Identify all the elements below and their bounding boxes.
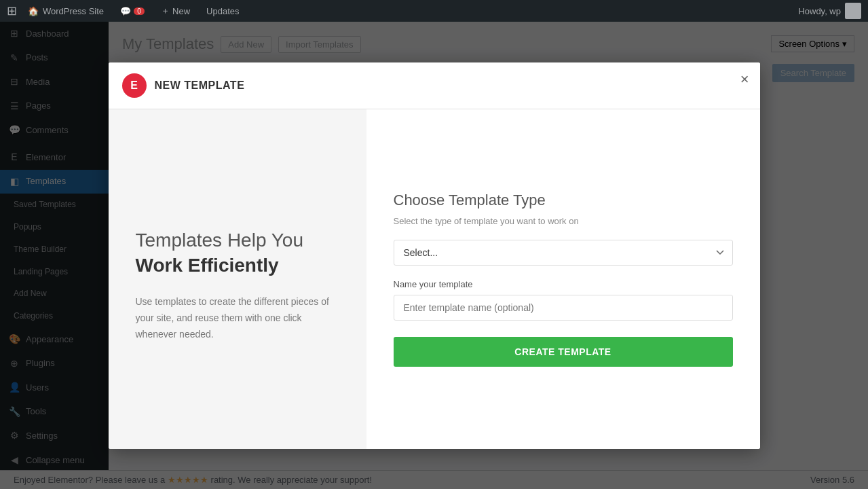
modal-left-panel: Templates Help You Work Efficiently Use …: [109, 109, 366, 449]
updates-link[interactable]: Updates: [201, 6, 244, 16]
updates-label: Updates: [206, 6, 239, 16]
wp-logo-icon[interactable]: ⊞: [7, 3, 17, 18]
modal-close-button[interactable]: ×: [740, 72, 749, 87]
plus-icon: ＋: [161, 5, 170, 17]
new-content-link[interactable]: ＋ New: [155, 5, 195, 17]
comments-link[interactable]: 💬 0: [115, 6, 150, 16]
new-label: New: [172, 6, 190, 16]
template-name-label: Name your template: [394, 279, 733, 289]
modal-right-panel: Choose Template Type Select the type of …: [366, 109, 760, 449]
modal-title: NEW TEMPLATE: [155, 79, 245, 92]
howdy-text: Howdy, wp: [798, 6, 841, 16]
site-link[interactable]: 🏠 WordPress Site: [22, 6, 109, 16]
site-name: WordPress Site: [43, 6, 104, 16]
form-section-desc: Select the type of template you want to …: [394, 216, 733, 226]
modal-header: E NEW TEMPLATE ×: [109, 62, 760, 109]
modal-overlay[interactable]: E NEW TEMPLATE × Templates Help You Work…: [0, 22, 868, 489]
admin-bar: ⊞ 🏠 WordPress Site 💬 0 ＋ New Updates How…: [0, 0, 868, 22]
comments-icon: 💬: [120, 6, 131, 16]
new-template-modal: E NEW TEMPLATE × Templates Help You Work…: [109, 62, 760, 449]
template-type-select[interactable]: Select... Single Page Single Post Archiv…: [394, 240, 733, 266]
create-template-button[interactable]: CREATE TEMPLATE: [394, 337, 733, 367]
modal-left-description: Use templates to create the different pi…: [136, 294, 339, 342]
template-name-group: Name your template: [394, 279, 733, 321]
comments-count: 0: [134, 7, 145, 15]
elementor-logo-icon: E: [122, 73, 147, 98]
modal-body: Templates Help You Work Efficiently Use …: [109, 109, 760, 449]
form-section-title: Choose Template Type: [394, 192, 733, 209]
template-name-input[interactable]: [394, 295, 733, 321]
heading-line1: Templates Help You: [136, 230, 304, 251]
modal-left-heading: Templates Help You Work Efficiently: [136, 228, 339, 278]
heading-bold: Work Efficiently: [136, 255, 279, 276]
admin-bar-right: Howdy, wp: [798, 3, 861, 19]
avatar[interactable]: [845, 3, 861, 19]
site-icon: 🏠: [28, 6, 39, 16]
template-type-group: Select... Single Page Single Post Archiv…: [394, 240, 733, 266]
